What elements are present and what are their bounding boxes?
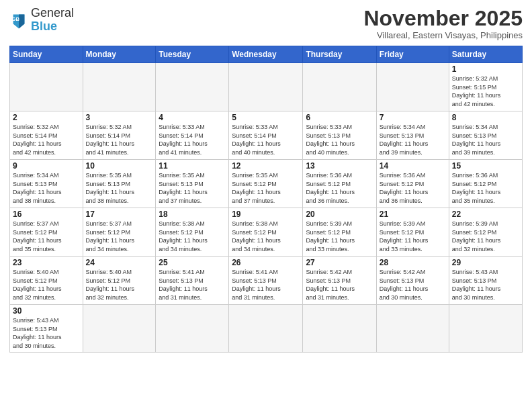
calendar-cell: 5Sunrise: 5:33 AMSunset: 5:14 PMDaylight… [229,111,303,160]
day-number: 8 [452,113,519,122]
day-info: Sunrise: 5:37 AMSunset: 5:12 PMDaylight:… [86,220,153,253]
calendar-row: 2Sunrise: 5:32 AMSunset: 5:14 PMDaylight… [10,111,523,160]
calendar-cell [83,63,156,111]
day-number: 22 [452,210,519,219]
calendar-cell [156,63,229,111]
day-info: Sunrise: 5:39 AMSunset: 5:12 PMDaylight:… [452,220,519,253]
calendar-cell [303,305,376,352]
day-number: 25 [159,258,226,267]
logo-text: General Blue [31,7,74,34]
calendar-cell: 6Sunrise: 5:33 AMSunset: 5:13 PMDaylight… [303,111,376,160]
day-info: Sunrise: 5:36 AMSunset: 5:12 PMDaylight:… [380,171,446,205]
calendar-cell: 27Sunrise: 5:42 AMSunset: 5:13 PMDayligh… [303,257,376,305]
page: GB General Blue November 2025 Villareal,… [0,0,532,411]
day-info: Sunrise: 5:33 AMSunset: 5:14 PMDaylight:… [232,123,300,156]
calendar-cell: 25Sunrise: 5:41 AMSunset: 5:13 PMDayligh… [156,257,229,305]
calendar-cell: 22Sunrise: 5:39 AMSunset: 5:12 PMDayligh… [449,208,522,257]
day-number: 19 [232,210,300,219]
calendar-cell: 14Sunrise: 5:36 AMSunset: 5:12 PMDayligh… [376,160,449,208]
day-info: Sunrise: 5:43 AMSunset: 5:13 PMDaylight:… [452,268,519,302]
calendar-cell: 13Sunrise: 5:36 AMSunset: 5:12 PMDayligh… [303,160,376,208]
day-info: Sunrise: 5:41 AMSunset: 5:13 PMDaylight:… [159,268,226,302]
calendar-cell: 20Sunrise: 5:39 AMSunset: 5:12 PMDayligh… [303,208,376,257]
header-monday: Monday [83,46,156,63]
day-number: 23 [13,258,80,267]
calendar-row: 9Sunrise: 5:34 AMSunset: 5:13 PMDaylight… [10,160,523,208]
weekday-header-row: Sunday Monday Tuesday Wednesday Thursday… [10,46,523,63]
calendar-cell [376,63,449,111]
day-number: 12 [232,161,300,171]
day-number: 11 [159,161,226,171]
calendar-cell: 7Sunrise: 5:34 AMSunset: 5:13 PMDaylight… [376,111,449,160]
calendar-cell: 10Sunrise: 5:35 AMSunset: 5:13 PMDayligh… [83,160,156,208]
header-friday: Friday [376,46,449,63]
calendar-cell: 1Sunrise: 5:32 AMSunset: 5:15 PMDaylight… [449,63,522,111]
day-info: Sunrise: 5:42 AMSunset: 5:13 PMDaylight:… [380,268,446,302]
day-info: Sunrise: 5:37 AMSunset: 5:12 PMDaylight:… [13,220,80,253]
day-info: Sunrise: 5:32 AMSunset: 5:14 PMDaylight:… [13,123,80,156]
calendar-row: 23Sunrise: 5:40 AMSunset: 5:12 PMDayligh… [10,257,523,305]
svg-text:GB: GB [12,16,20,22]
calendar-row: 30Sunrise: 5:43 AMSunset: 5:13 PMDayligh… [10,305,523,352]
calendar-cell: 28Sunrise: 5:42 AMSunset: 5:13 PMDayligh… [376,257,449,305]
calendar-cell: 11Sunrise: 5:35 AMSunset: 5:13 PMDayligh… [156,160,229,208]
calendar-cell [303,63,376,111]
day-number: 21 [380,210,446,219]
calendar-cell: 17Sunrise: 5:37 AMSunset: 5:12 PMDayligh… [83,208,156,257]
calendar-cell [83,305,156,352]
day-info: Sunrise: 5:38 AMSunset: 5:12 PMDaylight:… [159,220,226,253]
day-number: 30 [13,306,80,316]
day-number: 5 [232,113,300,122]
day-number: 6 [306,113,373,122]
logo-icon: GB [9,11,28,30]
location-subtitle: Villareal, Eastern Visayas, Philippines [363,30,523,40]
day-info: Sunrise: 5:39 AMSunset: 5:12 PMDaylight:… [380,220,446,253]
day-number: 7 [380,113,446,122]
calendar-cell: 26Sunrise: 5:41 AMSunset: 5:13 PMDayligh… [229,257,303,305]
day-number: 15 [452,161,519,171]
day-info: Sunrise: 5:32 AMSunset: 5:15 PMDaylight:… [452,75,519,108]
day-number: 4 [159,113,226,122]
calendar-cell: 21Sunrise: 5:39 AMSunset: 5:12 PMDayligh… [376,208,449,257]
day-info: Sunrise: 5:35 AMSunset: 5:13 PMDaylight:… [159,171,226,205]
calendar-cell: 3Sunrise: 5:32 AMSunset: 5:14 PMDaylight… [83,111,156,160]
logo: GB General Blue [9,7,74,34]
day-info: Sunrise: 5:36 AMSunset: 5:12 PMDaylight:… [306,171,373,205]
month-title: November 2025 [363,7,523,30]
day-number: 2 [13,113,80,122]
day-number: 24 [86,258,153,267]
day-info: Sunrise: 5:34 AMSunset: 5:13 PMDaylight:… [13,171,80,205]
calendar-cell: 12Sunrise: 5:35 AMSunset: 5:12 PMDayligh… [229,160,303,208]
calendar-cell: 16Sunrise: 5:37 AMSunset: 5:12 PMDayligh… [10,208,83,257]
day-number: 13 [306,161,373,171]
calendar-cell [229,305,303,352]
day-number: 9 [13,161,80,171]
day-number: 18 [159,210,226,219]
day-number: 26 [232,258,300,267]
calendar-cell: 30Sunrise: 5:43 AMSunset: 5:13 PMDayligh… [10,305,83,352]
day-info: Sunrise: 5:43 AMSunset: 5:13 PMDaylight:… [13,316,80,350]
calendar-cell [229,63,303,111]
header-thursday: Thursday [303,46,376,63]
calendar-cell: 24Sunrise: 5:40 AMSunset: 5:12 PMDayligh… [83,257,156,305]
day-info: Sunrise: 5:40 AMSunset: 5:12 PMDaylight:… [86,268,153,302]
calendar-cell: 15Sunrise: 5:36 AMSunset: 5:12 PMDayligh… [449,160,522,208]
day-number: 29 [452,258,519,267]
calendar-table: Sunday Monday Tuesday Wednesday Thursday… [9,46,523,352]
logo-line1: General [31,7,74,20]
day-number: 16 [13,210,80,219]
calendar-cell: 19Sunrise: 5:38 AMSunset: 5:12 PMDayligh… [229,208,303,257]
svg-marker-1 [19,14,24,28]
day-info: Sunrise: 5:34 AMSunset: 5:13 PMDaylight:… [380,123,446,156]
day-info: Sunrise: 5:38 AMSunset: 5:12 PMDaylight:… [232,220,300,253]
day-number: 1 [452,64,519,74]
day-info: Sunrise: 5:34 AMSunset: 5:13 PMDaylight:… [452,123,519,156]
day-info: Sunrise: 5:42 AMSunset: 5:13 PMDaylight:… [306,268,373,302]
day-info: Sunrise: 5:33 AMSunset: 5:14 PMDaylight:… [159,123,226,156]
calendar-cell: 18Sunrise: 5:38 AMSunset: 5:12 PMDayligh… [156,208,229,257]
calendar-row: 1Sunrise: 5:32 AMSunset: 5:15 PMDaylight… [10,63,523,111]
day-number: 10 [86,161,153,171]
calendar-cell: 4Sunrise: 5:33 AMSunset: 5:14 PMDaylight… [156,111,229,160]
day-info: Sunrise: 5:32 AMSunset: 5:14 PMDaylight:… [86,123,153,156]
day-info: Sunrise: 5:33 AMSunset: 5:13 PMDaylight:… [306,123,373,156]
